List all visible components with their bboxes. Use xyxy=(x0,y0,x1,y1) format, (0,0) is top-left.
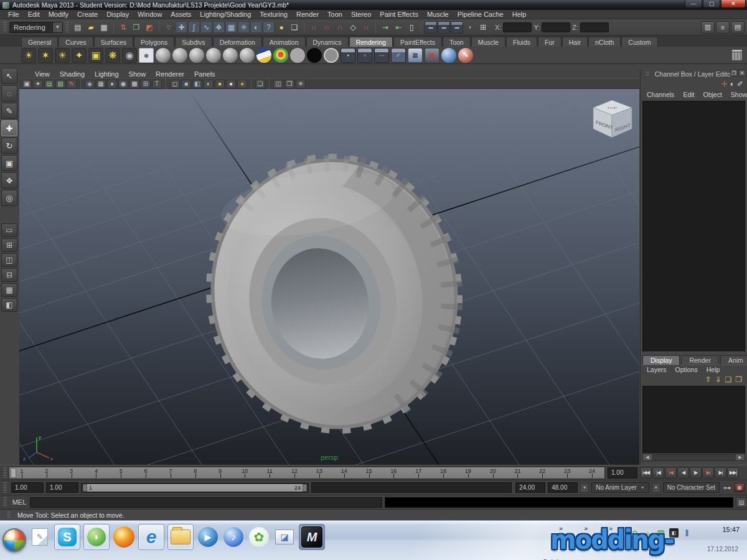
attribute-editor-toggle[interactable]: ▥ xyxy=(701,21,715,34)
mask-handles-icon[interactable]: ✚ xyxy=(176,21,187,33)
chevron-down-icon[interactable]: ▾ xyxy=(580,483,589,493)
ambient-light-icon[interactable]: ☀ xyxy=(21,48,36,63)
lambert-material-icon[interactable] xyxy=(189,48,204,63)
tire-model[interactable] xyxy=(189,138,479,449)
grip-handle[interactable] xyxy=(3,497,7,506)
layered-shader-icon[interactable] xyxy=(240,48,255,63)
step-forward-key-button[interactable]: ▶| xyxy=(702,467,714,478)
shelf-tab-fluids[interactable]: Fluids xyxy=(506,37,537,47)
frame-7[interactable]: 7 xyxy=(158,467,183,478)
snap-to-point-icon[interactable]: ∩ xyxy=(334,21,346,34)
frame-17[interactable]: 17 xyxy=(406,467,431,478)
create-layer-from-selected-button[interactable]: ❐ xyxy=(735,375,742,384)
layer-list-area[interactable] xyxy=(642,386,745,453)
range-end-handle[interactable] xyxy=(303,484,307,492)
animation-start-field[interactable]: 1.00 xyxy=(11,482,44,493)
blinn-material-icon[interactable] xyxy=(172,48,187,63)
layer-menu-help[interactable]: Help xyxy=(703,366,724,373)
frame-19[interactable]: 19 xyxy=(456,467,481,478)
command-result-field[interactable] xyxy=(385,497,733,508)
mask-rendering-icon[interactable]: ◐ xyxy=(250,21,262,33)
tool-settings-toggle[interactable]: ≡ xyxy=(716,21,730,34)
command-language-toggle[interactable]: MEL xyxy=(11,498,27,506)
highlight-selection-icon[interactable]: ❏ xyxy=(288,21,301,34)
app-icq[interactable]: ✿ xyxy=(248,526,270,548)
render-view-icon[interactable]: ▦ xyxy=(408,48,423,63)
rim-light-icon[interactable]: ● xyxy=(237,80,247,88)
layout-persp-outliner-button[interactable]: ◧ xyxy=(1,298,17,312)
app-photo-viewer[interactable]: ◪ xyxy=(273,526,296,548)
script-editor-button[interactable]: ▤ xyxy=(736,497,747,508)
grease-pencil-icon[interactable]: ✎ xyxy=(67,80,77,88)
viewport-canvas[interactable]: TOP FRONT RIGHT y x z persp xyxy=(19,89,639,465)
checkered-icon[interactable]: ▩ xyxy=(129,80,139,88)
point-light-icon[interactable]: ✳ xyxy=(55,48,70,63)
hyperbolic-spread-icon[interactable]: ✐ xyxy=(737,80,743,88)
frame-ruler[interactable]: 123456789101112131415161718192021222324 xyxy=(9,467,605,479)
frame-4[interactable]: 4 xyxy=(83,467,108,478)
layer-tab-display[interactable]: Display xyxy=(642,355,680,365)
lasso-select-tool[interactable]: ◌ xyxy=(1,85,17,101)
current-frame-field[interactable]: 1.00 xyxy=(608,467,637,478)
panel-menu-lighting[interactable]: Lighting xyxy=(90,70,123,78)
menu-display[interactable]: Display xyxy=(102,11,133,18)
view-cube[interactable]: TOP FRONT RIGHT xyxy=(593,100,632,138)
panel-menu-show[interactable]: Show xyxy=(125,70,151,78)
maximize-button[interactable]: ▢ xyxy=(703,0,720,8)
grip-handle[interactable] xyxy=(65,22,69,33)
move-layer-down-icon[interactable]: ⇓ xyxy=(715,375,721,384)
menu-lighting-shading[interactable]: Lighting/Shading xyxy=(195,11,255,18)
view-cube-top-label[interactable]: TOP xyxy=(607,106,617,110)
paint-effects-icon[interactable]: ✎ xyxy=(458,48,473,63)
menu-stereo[interactable]: Stereo xyxy=(347,11,375,18)
wireframe-icon[interactable]: ◈ xyxy=(85,80,95,88)
close-button[interactable]: ✕ xyxy=(721,0,746,8)
batch-render-icon[interactable]: ⋯ xyxy=(374,48,389,63)
close-panel-icon[interactable]: ✕ xyxy=(738,70,746,77)
layer-menu-options[interactable]: Options xyxy=(672,366,702,373)
playback-start-field[interactable]: 1.00 xyxy=(46,482,78,493)
frame-21[interactable]: 21 xyxy=(505,467,530,478)
frame-12[interactable]: 12 xyxy=(282,467,307,478)
shelf-tab-hair[interactable]: Hair xyxy=(562,37,588,47)
resolution-gate-icon[interactable]: ⊞ xyxy=(141,80,151,88)
panel-menu-renderer[interactable]: Renderer xyxy=(151,70,189,78)
frame-23[interactable]: 23 xyxy=(555,467,580,478)
channel-menu-edit[interactable]: Edit xyxy=(679,91,698,98)
panel-menu-shading[interactable]: Shading xyxy=(55,70,89,78)
layer-tab-anim[interactable]: Anim xyxy=(720,355,747,365)
shelf-tab-deformation[interactable]: Deformation xyxy=(213,37,262,47)
render-settings-button[interactable]: ▬ xyxy=(451,21,463,34)
character-set-dropdown[interactable]: No Character Set xyxy=(663,482,720,493)
grip-handle[interactable] xyxy=(7,511,11,519)
panel-menu-panels[interactable]: Panels xyxy=(190,70,220,78)
frame-11[interactable]: 11 xyxy=(257,467,282,478)
scroll-right-button[interactable]: ▶ xyxy=(736,454,745,460)
frame-2[interactable]: 2 xyxy=(34,467,59,478)
shelf-tab-toon[interactable]: Toon xyxy=(443,37,471,47)
film-gate-icon[interactable]: ▦ xyxy=(96,80,106,88)
use-default-material-icon[interactable]: ◐ xyxy=(204,80,214,88)
mask-dynamics-icon[interactable]: ✳ xyxy=(238,21,250,33)
mask-deformations-icon[interactable]: ▦ xyxy=(225,21,237,33)
menu-edit[interactable]: Edit xyxy=(24,11,44,18)
minimize-button[interactable]: — xyxy=(685,0,702,8)
frame-18[interactable]: 18 xyxy=(431,467,456,478)
menu-file[interactable]: File xyxy=(4,11,24,18)
wire-on-shaded-icon[interactable]: ◫ xyxy=(273,80,283,88)
shelf-tab-painteffects[interactable]: PaintEffects xyxy=(393,37,442,47)
render-diagnostics-icon[interactable]: ▫ xyxy=(357,48,372,63)
y-coordinate-field[interactable] xyxy=(542,22,570,32)
grip-handle[interactable] xyxy=(646,72,649,77)
app-internet-explorer[interactable]: e xyxy=(138,524,164,550)
menu-render[interactable]: Render xyxy=(292,11,323,18)
move-layer-up-icon[interactable]: ⇑ xyxy=(705,375,711,384)
shelf-tab-polygons[interactable]: Polygons xyxy=(134,37,174,47)
snap-to-grid-icon[interactable]: ∩ xyxy=(308,21,320,34)
ipr-render-icon[interactable]: ▦ xyxy=(425,48,439,63)
playback-range[interactable]: 1 24 xyxy=(83,484,307,492)
menu-toon[interactable]: Toon xyxy=(323,11,347,18)
trash-icon[interactable] xyxy=(732,50,742,61)
shaded-cube-icon[interactable]: ■ xyxy=(181,80,191,88)
shelf-tab-rendering[interactable]: Rendering xyxy=(349,37,393,47)
